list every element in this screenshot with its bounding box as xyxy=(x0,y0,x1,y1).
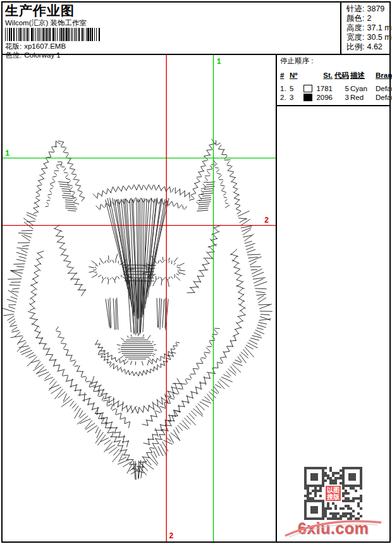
row2-brand: Default xyxy=(376,93,392,102)
right-column: 停止顺序 : # Nº St. 代码 描述 Brand 元素 1. 5 1781 xyxy=(277,55,389,541)
design-canvas: 1 1 2 2 xyxy=(3,55,277,541)
row1-idx: 1. xyxy=(280,84,290,93)
row2-stitches: 2096 xyxy=(314,93,334,102)
stat-height: 高度:37.1 mm xyxy=(346,23,387,33)
qr-center-stamp: 以图搜版 xyxy=(325,485,341,502)
site-logo: 6xiu.com xyxy=(298,519,369,537)
stat-stitches: 针迹:3879 xyxy=(346,4,387,14)
stop-sequence-header-row: # Nº St. 代码 描述 Brand 元素 xyxy=(280,66,388,84)
table-row: 2. 3 2096 3 Red Default xyxy=(280,93,388,102)
table-row: 1. 5 1781 5 Cyan Default xyxy=(280,84,388,93)
header-left: 生产作业图 Wilcom(汇京) 装饰工作室 花版:xp1607.EMB 色位:… xyxy=(5,3,100,59)
wolf-stitch-plot: 1 1 2 2 xyxy=(3,55,276,541)
row1-stitches: 1781 xyxy=(314,84,334,93)
stat-scale: 比例:4.62 xyxy=(346,42,387,52)
col-idx: # xyxy=(280,71,290,80)
col-stitches: St. xyxy=(314,71,334,80)
row2-description: Red xyxy=(350,93,376,102)
guide-label-end-vertical: 2 xyxy=(169,532,173,541)
stop-sequence-table: 停止顺序 : # Nº St. 代码 描述 Brand 元素 1. 5 1781 xyxy=(277,55,389,106)
stat-colors: 颜色:2 xyxy=(346,14,387,23)
row1-color-swatch xyxy=(303,85,312,92)
sheet-frame: 生产作业图 Wilcom(汇京) 装饰工作室 花版:xp1607.EMB 色位:… xyxy=(1,1,391,543)
design-file-field: 花版:xp1607.EMB xyxy=(5,42,100,51)
stitch-marks xyxy=(3,139,273,480)
row2-color-swatch xyxy=(303,94,312,101)
site-logo-block: 6xiu.com xyxy=(277,519,389,540)
col-code: 代码 xyxy=(334,71,350,80)
row1-needle: 5 xyxy=(290,84,303,93)
design-file-value: xp1607.EMB xyxy=(24,42,66,50)
guide-label-end-horizontal: 2 xyxy=(264,216,269,225)
studio-name: Wilcom(汇京) 装饰工作室 xyxy=(5,18,100,27)
page-title: 生产作业图 xyxy=(5,3,100,18)
sheet-main: 1 1 2 2 停止顺序 : # Nº St. 代码 描述 Brand 元素 xyxy=(3,55,389,541)
design-stats: 针迹:3879 颜色:2 高度:37.1 mm 宽度:30.5 mm 比例:4.… xyxy=(340,3,389,54)
qr-code: 以图搜版 xyxy=(304,467,362,520)
production-worksheet-page: { "header": { "title": "生产作业图", "studio"… xyxy=(0,0,392,544)
sheet-header: 生产作业图 Wilcom(汇京) 装饰工作室 花版:xp1607.EMB 色位:… xyxy=(3,3,389,55)
row1-description: Cyan xyxy=(350,84,376,93)
guide-label-start-vertical: 1 xyxy=(217,58,221,66)
stop-sequence-title: 停止顺序 : xyxy=(280,57,388,65)
row1-brand: Default xyxy=(376,84,392,93)
row2-needle: 3 xyxy=(290,93,303,102)
row2-idx: 2. xyxy=(280,93,290,102)
col-needle: Nº xyxy=(290,71,303,80)
row2-code: 3 xyxy=(334,93,350,102)
guide-label-start-horizontal: 1 xyxy=(5,149,9,158)
col-description: 描述 xyxy=(350,71,376,80)
design-barcode xyxy=(5,28,100,41)
stat-width: 宽度:30.5 mm xyxy=(346,33,387,42)
row1-code: 5 xyxy=(334,84,350,93)
col-brand: Brand xyxy=(376,71,392,80)
design-file-label: 花版: xyxy=(5,42,21,50)
